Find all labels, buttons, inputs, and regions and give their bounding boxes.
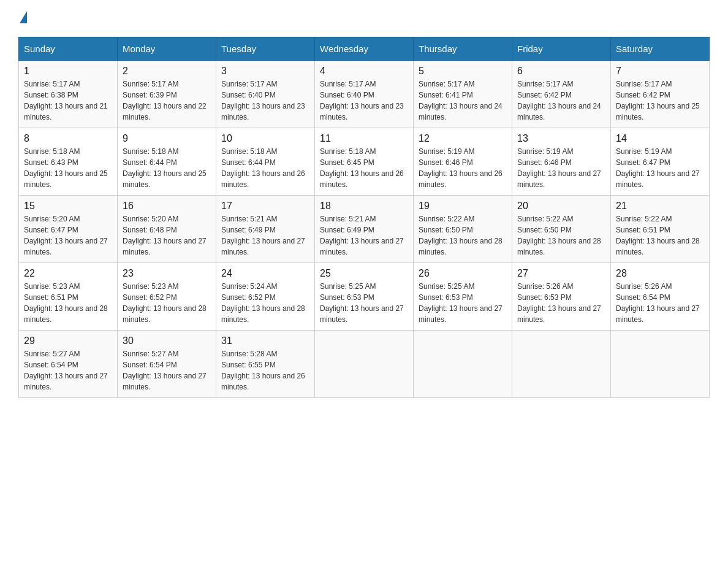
weekday-header-saturday: Saturday [611,37,710,61]
weekday-header-row: SundayMondayTuesdayWednesdayThursdayFrid… [19,37,710,61]
day-number: 10 [221,133,309,144]
day-info: Sunrise: 5:26 AMSunset: 6:53 PMDaylight:… [517,281,605,325]
calendar-cell: 2Sunrise: 5:17 AMSunset: 6:39 PMDaylight… [118,61,216,128]
weekday-header-wednesday: Wednesday [315,37,414,61]
day-info: Sunrise: 5:17 AMSunset: 6:41 PMDaylight:… [419,79,507,123]
weekday-header-thursday: Thursday [414,37,512,61]
day-info: Sunrise: 5:22 AMSunset: 6:50 PMDaylight:… [419,213,507,258]
day-number: 1 [24,66,112,77]
day-info: Sunrise: 5:27 AMSunset: 6:54 PMDaylight:… [123,348,211,393]
calendar-cell: 16Sunrise: 5:20 AMSunset: 6:48 PMDayligh… [118,196,216,263]
calendar-cell: 27Sunrise: 5:26 AMSunset: 6:53 PMDayligh… [512,263,611,331]
day-info: Sunrise: 5:23 AMSunset: 6:52 PMDaylight:… [123,281,211,325]
calendar-cell: 26Sunrise: 5:25 AMSunset: 6:53 PMDayligh… [414,263,512,331]
weekday-header-monday: Monday [118,37,216,61]
day-number: 30 [123,335,211,347]
day-info: Sunrise: 5:21 AMSunset: 6:49 PMDaylight:… [221,213,309,258]
calendar-cell: 9Sunrise: 5:18 AMSunset: 6:44 PMDaylight… [118,128,216,196]
page-header [18,12,710,25]
day-number: 28 [616,268,704,279]
day-number: 20 [517,201,605,212]
day-info: Sunrise: 5:22 AMSunset: 6:50 PMDaylight:… [517,213,605,258]
week-row-5: 29Sunrise: 5:27 AMSunset: 6:54 PMDayligh… [19,331,710,398]
day-number: 27 [517,268,605,279]
calendar-cell: 10Sunrise: 5:18 AMSunset: 6:44 PMDayligh… [216,128,315,196]
day-info: Sunrise: 5:17 AMSunset: 6:42 PMDaylight:… [616,79,704,123]
day-number: 8 [24,133,112,144]
calendar-cell: 17Sunrise: 5:21 AMSunset: 6:49 PMDayligh… [216,196,315,263]
weekday-header-sunday: Sunday [19,37,118,61]
day-info: Sunrise: 5:20 AMSunset: 6:47 PMDaylight:… [24,213,112,258]
calendar-cell: 23Sunrise: 5:23 AMSunset: 6:52 PMDayligh… [118,263,216,331]
calendar-cell: 29Sunrise: 5:27 AMSunset: 6:54 PMDayligh… [19,331,118,398]
calendar-cell: 28Sunrise: 5:26 AMSunset: 6:54 PMDayligh… [611,263,710,331]
day-number: 25 [320,268,408,279]
calendar-cell: 5Sunrise: 5:17 AMSunset: 6:41 PMDaylight… [414,61,512,128]
day-number: 13 [517,133,605,144]
day-info: Sunrise: 5:18 AMSunset: 6:44 PMDaylight:… [123,146,211,190]
day-info: Sunrise: 5:21 AMSunset: 6:49 PMDaylight:… [320,213,408,258]
calendar-cell: 7Sunrise: 5:17 AMSunset: 6:42 PMDaylight… [611,61,710,128]
day-number: 26 [419,268,507,279]
week-row-3: 15Sunrise: 5:20 AMSunset: 6:47 PMDayligh… [19,196,710,263]
calendar-cell [512,331,611,398]
day-info: Sunrise: 5:17 AMSunset: 6:38 PMDaylight:… [24,79,112,123]
day-number: 4 [320,66,408,77]
day-info: Sunrise: 5:18 AMSunset: 6:44 PMDaylight:… [221,146,309,190]
calendar-cell: 20Sunrise: 5:22 AMSunset: 6:50 PMDayligh… [512,196,611,263]
day-info: Sunrise: 5:27 AMSunset: 6:54 PMDaylight:… [24,348,112,393]
logo [18,12,27,25]
day-number: 29 [24,335,112,347]
day-info: Sunrise: 5:17 AMSunset: 6:40 PMDaylight:… [320,79,408,123]
day-number: 23 [123,268,211,279]
weekday-header-tuesday: Tuesday [216,37,315,61]
day-info: Sunrise: 5:25 AMSunset: 6:53 PMDaylight:… [320,281,408,325]
calendar-cell: 30Sunrise: 5:27 AMSunset: 6:54 PMDayligh… [118,331,216,398]
day-number: 14 [616,133,704,144]
day-number: 18 [320,201,408,212]
day-number: 19 [419,201,507,212]
day-number: 2 [123,66,211,77]
calendar-cell: 15Sunrise: 5:20 AMSunset: 6:47 PMDayligh… [19,196,118,263]
day-number: 22 [24,268,112,279]
day-number: 31 [221,335,309,347]
day-info: Sunrise: 5:17 AMSunset: 6:40 PMDaylight:… [221,79,309,123]
calendar-table: SundayMondayTuesdayWednesdayThursdayFrid… [18,37,710,398]
day-info: Sunrise: 5:28 AMSunset: 6:55 PMDaylight:… [221,348,309,393]
week-row-1: 1Sunrise: 5:17 AMSunset: 6:38 PMDaylight… [19,61,710,128]
day-info: Sunrise: 5:23 AMSunset: 6:51 PMDaylight:… [24,281,112,325]
calendar-cell: 8Sunrise: 5:18 AMSunset: 6:43 PMDaylight… [19,128,118,196]
calendar-cell: 12Sunrise: 5:19 AMSunset: 6:46 PMDayligh… [414,128,512,196]
calendar-cell: 4Sunrise: 5:17 AMSunset: 6:40 PMDaylight… [315,61,414,128]
day-info: Sunrise: 5:26 AMSunset: 6:54 PMDaylight:… [616,281,704,325]
calendar-cell: 13Sunrise: 5:19 AMSunset: 6:46 PMDayligh… [512,128,611,196]
logo-triangle-icon [20,11,27,23]
calendar-cell: 21Sunrise: 5:22 AMSunset: 6:51 PMDayligh… [611,196,710,263]
calendar-cell: 24Sunrise: 5:24 AMSunset: 6:52 PMDayligh… [216,263,315,331]
calendar-cell: 11Sunrise: 5:18 AMSunset: 6:45 PMDayligh… [315,128,414,196]
day-number: 7 [616,66,704,77]
week-row-4: 22Sunrise: 5:23 AMSunset: 6:51 PMDayligh… [19,263,710,331]
day-info: Sunrise: 5:18 AMSunset: 6:45 PMDaylight:… [320,146,408,190]
weekday-header-friday: Friday [512,37,611,61]
day-number: 5 [419,66,507,77]
day-number: 6 [517,66,605,77]
calendar-cell: 1Sunrise: 5:17 AMSunset: 6:38 PMDaylight… [19,61,118,128]
day-number: 9 [123,133,211,144]
day-info: Sunrise: 5:20 AMSunset: 6:48 PMDaylight:… [123,213,211,258]
calendar-cell: 18Sunrise: 5:21 AMSunset: 6:49 PMDayligh… [315,196,414,263]
day-info: Sunrise: 5:25 AMSunset: 6:53 PMDaylight:… [419,281,507,325]
day-info: Sunrise: 5:24 AMSunset: 6:52 PMDaylight:… [221,281,309,325]
day-number: 12 [419,133,507,144]
calendar-cell: 6Sunrise: 5:17 AMSunset: 6:42 PMDaylight… [512,61,611,128]
day-number: 3 [221,66,309,77]
day-info: Sunrise: 5:17 AMSunset: 6:39 PMDaylight:… [123,79,211,123]
day-number: 21 [616,201,704,212]
day-number: 16 [123,201,211,212]
day-info: Sunrise: 5:19 AMSunset: 6:46 PMDaylight:… [419,146,507,190]
day-info: Sunrise: 5:17 AMSunset: 6:42 PMDaylight:… [517,79,605,123]
day-number: 11 [320,133,408,144]
day-info: Sunrise: 5:19 AMSunset: 6:46 PMDaylight:… [517,146,605,190]
calendar-cell [611,331,710,398]
calendar-cell: 22Sunrise: 5:23 AMSunset: 6:51 PMDayligh… [19,263,118,331]
